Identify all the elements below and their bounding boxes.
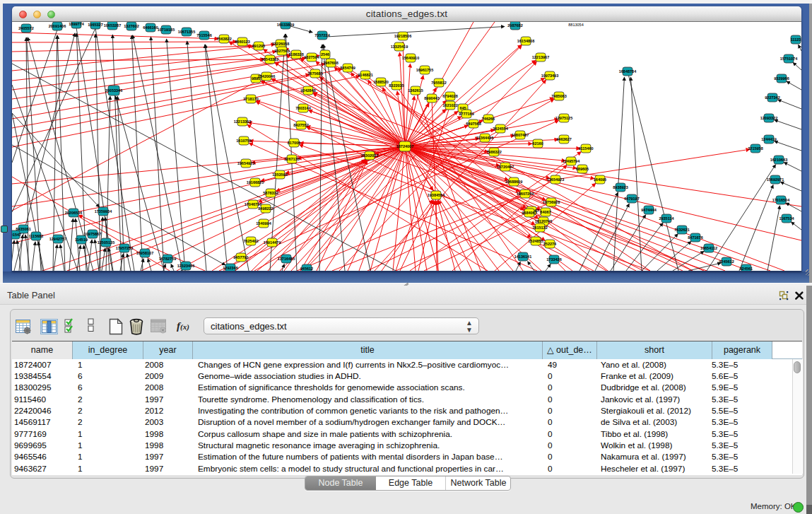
svg-text:8435061: 8435061 xyxy=(16,227,30,231)
svg-text:16961755: 16961755 xyxy=(416,68,433,72)
svg-text:18724007: 18724007 xyxy=(396,144,413,148)
svg-text:9115460: 9115460 xyxy=(578,146,593,151)
svg-text:1362615: 1362615 xyxy=(408,88,423,93)
svg-text:23226058: 23226058 xyxy=(272,42,289,46)
svg-text:8498222: 8498222 xyxy=(258,206,273,211)
svg-text:6479197: 6479197 xyxy=(624,197,639,201)
svg-text:20053346: 20053346 xyxy=(105,88,122,93)
svg-text:9684067: 9684067 xyxy=(522,211,536,215)
svg-text:746266: 746266 xyxy=(482,117,495,121)
svg-text:8471676: 8471676 xyxy=(688,235,702,240)
svg-text:252274: 252274 xyxy=(543,242,557,246)
svg-text:2718170: 2718170 xyxy=(243,97,258,101)
svg-text:945612: 945612 xyxy=(300,267,313,271)
svg-text:891295: 891295 xyxy=(252,44,265,48)
svg-text:12213303: 12213303 xyxy=(234,119,251,124)
svg-text:25302033: 25302033 xyxy=(361,153,378,158)
svg-text:9777169: 9777169 xyxy=(459,112,473,116)
svg-text:10543382: 10543382 xyxy=(261,57,278,62)
svg-text:7357224: 7357224 xyxy=(314,33,330,37)
svg-text:1115682: 1115682 xyxy=(29,234,44,238)
svg-text:11123: 11123 xyxy=(791,37,801,42)
svg-text:9457791: 9457791 xyxy=(233,255,248,259)
svg-text:17957253: 17957253 xyxy=(116,246,133,250)
svg-text:9474444: 9474444 xyxy=(641,208,657,212)
svg-text:9242848: 9242848 xyxy=(300,88,315,93)
svg-text:8427552: 8427552 xyxy=(293,123,308,127)
svg-text:8990443: 8990443 xyxy=(424,96,439,100)
svg-text:7955812: 7955812 xyxy=(431,81,446,85)
svg-text:1167534: 1167534 xyxy=(779,216,794,221)
svg-text:164095: 164095 xyxy=(594,177,606,182)
svg-text:1540994: 1540994 xyxy=(256,221,271,226)
svg-text:18607249: 18607249 xyxy=(517,192,534,196)
svg-text:3675685: 3675685 xyxy=(307,71,322,76)
svg-text:17016504: 17016504 xyxy=(772,198,790,202)
svg-text:13716485: 13716485 xyxy=(278,257,295,261)
svg-text:12495794: 12495794 xyxy=(563,159,580,163)
svg-text:12505135: 12505135 xyxy=(98,240,114,245)
svg-text:7485063: 7485063 xyxy=(551,94,566,98)
svg-text:23420046: 23420046 xyxy=(258,74,275,78)
svg-text:84067: 84067 xyxy=(540,210,551,214)
svg-text:1899774: 1899774 xyxy=(69,22,84,26)
svg-text:8813054: 8813054 xyxy=(568,23,583,27)
svg-text:14914479: 14914479 xyxy=(264,240,281,245)
svg-text:6794028: 6794028 xyxy=(442,94,457,98)
svg-text:2967608: 2967608 xyxy=(323,61,338,65)
svg-text:8454749: 8454749 xyxy=(340,66,355,70)
svg-text:9327504: 9327504 xyxy=(304,55,319,59)
svg-text:2405572: 2405572 xyxy=(18,26,33,30)
svg-text:12093322: 12093322 xyxy=(760,116,777,120)
svg-text:645: 645 xyxy=(459,106,466,110)
svg-text:9463627: 9463627 xyxy=(556,137,571,141)
svg-text:9146821: 9146821 xyxy=(358,73,372,77)
svg-text:8186328: 8186328 xyxy=(288,52,303,57)
svg-text:10958107: 10958107 xyxy=(136,251,153,255)
svg-text:1588520: 1588520 xyxy=(373,80,388,84)
svg-text:15692971: 15692971 xyxy=(767,177,784,182)
svg-text:1524855: 1524855 xyxy=(528,239,543,243)
svg-text:15751074: 15751074 xyxy=(780,57,798,61)
svg-text:21364436: 21364436 xyxy=(476,136,493,140)
svg-text:10688609: 10688609 xyxy=(505,180,522,184)
svg-text:20206536: 20206536 xyxy=(65,211,82,215)
svg-text:10671355: 10671355 xyxy=(178,30,195,34)
svg-text:1353594: 1353594 xyxy=(272,173,288,177)
svg-text:10975867: 10975867 xyxy=(84,232,101,236)
svg-text:15720407: 15720407 xyxy=(497,165,514,169)
svg-text:10807487: 10807487 xyxy=(512,133,529,137)
svg-text:7625402: 7625402 xyxy=(243,239,258,243)
svg-text:2087682: 2087682 xyxy=(507,23,522,28)
svg-text:12942757: 12942757 xyxy=(49,237,66,241)
svg-text:3624554: 3624554 xyxy=(493,127,508,131)
svg-text:9227342: 9227342 xyxy=(765,95,779,100)
svg-text:10973493: 10973493 xyxy=(541,74,558,78)
svg-text:14136141: 14136141 xyxy=(514,255,531,259)
svg-text:15640910: 15640910 xyxy=(402,56,419,60)
svg-text:924561: 924561 xyxy=(740,267,753,271)
svg-text:19654923: 19654923 xyxy=(237,161,254,165)
svg-text:1610755: 1610755 xyxy=(236,139,251,143)
svg-text:16033809: 16033809 xyxy=(277,23,294,27)
svg-text:16210643: 16210643 xyxy=(770,158,787,162)
svg-text:391547: 391547 xyxy=(12,233,21,237)
svg-text:8660123: 8660123 xyxy=(235,40,249,44)
svg-text:7986322: 7986322 xyxy=(486,150,501,154)
svg-text:7632621: 7632621 xyxy=(674,228,689,232)
svg-text:1065327: 1065327 xyxy=(88,23,102,27)
svg-text:1621022: 1621022 xyxy=(442,103,457,107)
svg-text:1615132: 1615132 xyxy=(532,226,547,230)
svg-text:10654112: 10654112 xyxy=(700,246,717,250)
svg-text:19218506: 19218506 xyxy=(394,34,411,38)
svg-text:17359934: 17359934 xyxy=(95,209,112,214)
svg-text:8938923: 8938923 xyxy=(613,185,628,189)
svg-text:20091406: 20091406 xyxy=(49,24,66,28)
svg-text:12323446: 12323446 xyxy=(177,264,194,268)
svg-text:2546: 2546 xyxy=(321,52,329,57)
svg-text:1292346: 1292346 xyxy=(223,266,237,270)
svg-text:8322035: 8322035 xyxy=(389,83,404,88)
svg-text:16782759: 16782759 xyxy=(159,257,176,261)
svg-text:114519: 114519 xyxy=(75,238,88,242)
svg-text:3267130: 3267130 xyxy=(284,157,299,161)
